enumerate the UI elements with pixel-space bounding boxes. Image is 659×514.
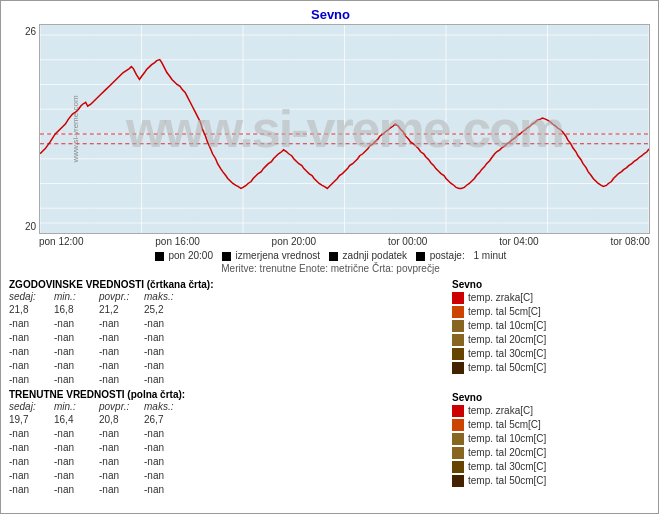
right-label-c1: temp. tal 5cm[C] [468, 418, 541, 432]
xaxis-row: pon 12:00 pon 16:00 pon 20:00 tor 00:00 … [11, 234, 650, 249]
legend-color-3 [416, 252, 425, 261]
c-povpr-4: -nan [99, 469, 144, 483]
col-sedaj: sedaj: [9, 291, 54, 302]
ccol-sedaj: sedaj: [9, 401, 54, 412]
legend-color-1 [222, 252, 231, 261]
legend-label-3: postaje: [430, 250, 465, 261]
right-label-c3: temp. tal 20cm[C] [468, 446, 546, 460]
h-povpr-3: -nan [99, 345, 144, 359]
right-label-h0: temp. zraka[C] [468, 291, 533, 305]
yaxis-label: 20 [25, 221, 36, 232]
historic-row-5: -nan -nan -nan -nan [9, 373, 442, 387]
h-maks-0: 25,2 [144, 303, 189, 317]
legend-item-1: izmerjena vrednost [222, 250, 320, 261]
main-container: Sevno 26 20 www.si-vreme.com www.si-vrem… [1, 1, 659, 497]
c-sedaj-3: -nan [9, 455, 54, 469]
color-box-h1 [452, 306, 464, 318]
current-row-0: 19,7 16,4 20,8 26,7 [9, 413, 442, 427]
current-subheader: sedaj: min.: povpr.: maks.: [9, 401, 442, 412]
chart-area: www.si-vreme.com www.si-vreme.com [39, 24, 650, 234]
right-label-c4: temp. tal 30cm[C] [468, 460, 546, 474]
c-min-2: -nan [54, 441, 99, 455]
h-min-0: 16,8 [54, 303, 99, 317]
legend-row: pon 20:00 izmerjena vrednost zadnji poda… [1, 249, 659, 262]
historic-row-3: -nan -nan -nan -nan [9, 345, 442, 359]
right-row-hist-1: temp. tal 5cm[C] [452, 305, 652, 319]
legend-color-0 [155, 252, 164, 261]
h-min-1: -nan [54, 317, 99, 331]
ccol-maks: maks.: [144, 401, 189, 412]
yaxis-label: 26 [25, 26, 36, 37]
ccol-povpr: povpr.: [99, 401, 144, 412]
right-panel: Sevno temp. zraka[C] temp. tal 5cm[C] te… [452, 279, 652, 497]
c-maks-4: -nan [144, 469, 189, 483]
c-maks-5: -nan [144, 483, 189, 497]
h-povpr-5: -nan [99, 373, 144, 387]
chart-wrapper: 26 20 www.si-vreme.com www.si-vreme.com [11, 24, 650, 234]
legend-item-3: postaje: [416, 250, 465, 261]
right-row-hist-2: temp. tal 10cm[C] [452, 319, 652, 333]
h-maks-1: -nan [144, 317, 189, 331]
xaxis-label-0: pon 12:00 [39, 236, 84, 247]
c-sedaj-2: -nan [9, 441, 54, 455]
current-header: TRENUTNE VREDNOSTI (polna črta): [9, 389, 442, 400]
xaxis-label-3: tor 00:00 [388, 236, 427, 247]
right-label-c2: temp. tal 10cm[C] [468, 432, 546, 446]
c-min-0: 16,4 [54, 413, 99, 427]
c-sedaj-4: -nan [9, 469, 54, 483]
right-row-cur-3: temp. tal 20cm[C] [452, 446, 652, 460]
color-box-h0 [452, 292, 464, 304]
legend-item-4: 1 minut [473, 250, 506, 261]
right-label-h4: temp. tal 30cm[C] [468, 347, 546, 361]
right-label-h2: temp. tal 10cm[C] [468, 319, 546, 333]
c-min-4: -nan [54, 469, 99, 483]
legend-label-1: izmerjena vrednost [236, 250, 320, 261]
right-label-h1: temp. tal 5cm[C] [468, 305, 541, 319]
h-min-3: -nan [54, 345, 99, 359]
color-box-c2 [452, 433, 464, 445]
legend-label-0: pon 20:00 [169, 250, 214, 261]
c-maks-0: 26,7 [144, 413, 189, 427]
c-maks-1: -nan [144, 427, 189, 441]
right-label-c0: temp. zraka[C] [468, 404, 533, 418]
h-povpr-4: -nan [99, 359, 144, 373]
right-panel-title-2: Sevno [452, 392, 652, 403]
side-label: www.si-vreme.com [71, 95, 80, 162]
right-row-hist-4: temp. tal 30cm[C] [452, 347, 652, 361]
color-box-h3 [452, 334, 464, 346]
h-povpr-2: -nan [99, 331, 144, 345]
right-row-cur-4: temp. tal 30cm[C] [452, 460, 652, 474]
col-povpr: povpr.: [99, 291, 144, 302]
c-povpr-0: 20,8 [99, 413, 144, 427]
h-min-2: -nan [54, 331, 99, 345]
h-maks-3: -nan [144, 345, 189, 359]
right-row-hist-5: temp. tal 50cm[C] [452, 361, 652, 375]
color-box-c3 [452, 447, 464, 459]
right-label-c5: temp. tal 50cm[C] [468, 474, 546, 488]
h-sedaj-0: 21,8 [9, 303, 54, 317]
xaxis-label-5: tor 08:00 [610, 236, 649, 247]
current-row-3: -nan -nan -nan -nan [9, 455, 442, 469]
chart-svg [40, 25, 649, 233]
c-sedaj-0: 19,7 [9, 413, 54, 427]
h-min-5: -nan [54, 373, 99, 387]
h-maks-2: -nan [144, 331, 189, 345]
c-min-3: -nan [54, 455, 99, 469]
col-maks: maks.: [144, 291, 189, 302]
historic-row-2: -nan -nan -nan -nan [9, 331, 442, 345]
right-row-cur-0: temp. zraka[C] [452, 404, 652, 418]
color-box-c4 [452, 461, 464, 473]
c-maks-3: -nan [144, 455, 189, 469]
historic-header: ZGODOVINSKE VREDNOSTI (črtkana črta): [9, 279, 442, 290]
c-min-5: -nan [54, 483, 99, 497]
historic-row-4: -nan -nan -nan -nan [9, 359, 442, 373]
color-box-h5 [452, 362, 464, 374]
right-panel-title: Sevno [452, 279, 652, 290]
current-row-4: -nan -nan -nan -nan [9, 469, 442, 483]
h-maks-5: -nan [144, 373, 189, 387]
historic-row-0: 21,8 16,8 21,2 25,2 [9, 303, 442, 317]
color-box-c0 [452, 405, 464, 417]
right-row-hist-3: temp. tal 20cm[C] [452, 333, 652, 347]
right-row-cur-2: temp. tal 10cm[C] [452, 432, 652, 446]
current-row-1: -nan -nan -nan -nan [9, 427, 442, 441]
